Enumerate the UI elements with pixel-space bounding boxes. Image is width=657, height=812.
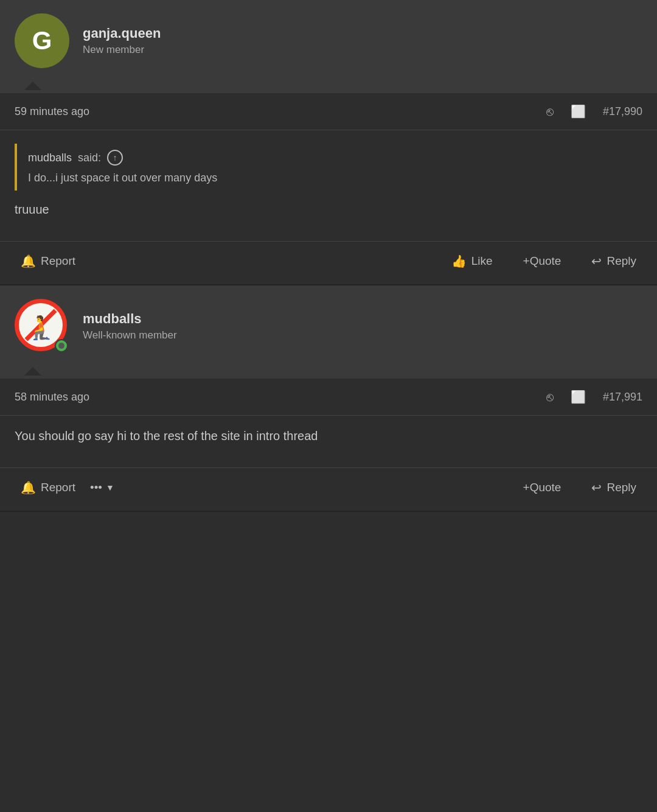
- report-icon-2: 🔔: [21, 480, 36, 495]
- like-button-1[interactable]: 👍 Like: [445, 250, 499, 272]
- action-right-1: 👍 Like +Quote ↩ Reply: [445, 250, 642, 272]
- post-1: G ganja.queen New member 59 minutes ago …: [0, 0, 657, 285]
- author-header-2: 🧎 mudballs Well-known member: [0, 285, 657, 363]
- quote-author-1: mudballs: [28, 152, 72, 164]
- avatar-wrapper-2: 🧎: [15, 299, 69, 354]
- quote-up-icon-1[interactable]: ↑: [107, 150, 123, 166]
- share-icon-2[interactable]: ⎋: [546, 390, 554, 404]
- author-info-1: ganja.queen New member: [83, 26, 161, 56]
- chevron-down-icon-2: ▼: [106, 483, 114, 492]
- post-meta-right-2: ⎋ ⬜ #17,991: [546, 390, 642, 404]
- report-button-2[interactable]: 🔔 Report: [15, 477, 82, 499]
- post-content-2: You should go say hi to the rest of the …: [15, 429, 642, 443]
- post-2: 🧎 mudballs Well-known member 58 minutes …: [0, 285, 657, 512]
- chevron-divider-1: [0, 78, 657, 93]
- like-icon-1: 👍: [451, 254, 467, 268]
- bookmark-icon-2[interactable]: ⬜: [571, 390, 586, 404]
- chevron-icon-2: [24, 367, 41, 376]
- post-number-1: #17,990: [603, 105, 642, 118]
- author-username-2[interactable]: mudballs: [83, 311, 177, 327]
- post-time-1: 59 minutes ago: [15, 105, 89, 118]
- reply-icon-1: ↩: [591, 254, 602, 268]
- quote-button-1[interactable]: +Quote: [517, 251, 568, 271]
- avatar-1: G: [15, 13, 69, 68]
- share-icon-1[interactable]: ⎋: [546, 105, 554, 119]
- figure-icon-2: 🧎: [27, 316, 55, 339]
- chevron-divider-2: [0, 363, 657, 379]
- report-button-1[interactable]: 🔔 Report: [15, 250, 82, 272]
- action-bar-2: 🔔 Report ••• ▼ +Quote ↩ Reply: [0, 467, 657, 511]
- post-body-1: mudballs said: ↑ I do...i just space it …: [0, 130, 657, 241]
- bookmark-icon-1[interactable]: ⬜: [571, 104, 586, 119]
- quote-text-1: I do...i just space it out over many day…: [28, 172, 631, 184]
- chevron-icon-1: [24, 82, 41, 90]
- quote-button-2[interactable]: +Quote: [517, 477, 568, 498]
- online-indicator-2: [55, 339, 68, 352]
- author-info-2: mudballs Well-known member: [83, 311, 177, 341]
- post-meta-2: 58 minutes ago ⎋ ⬜ #17,991: [0, 379, 657, 416]
- author-username-1[interactable]: ganja.queen: [83, 26, 161, 41]
- post-number-2: #17,991: [603, 391, 642, 404]
- post-body-2: You should go say hi to the rest of the …: [0, 416, 657, 467]
- post-content-1: truuue: [15, 203, 642, 217]
- report-icon-1: 🔔: [21, 254, 36, 268]
- author-role-2: Well-known member: [83, 329, 177, 341]
- quote-author-line-1: mudballs said: ↑: [28, 150, 631, 166]
- reply-icon-2: ↩: [591, 480, 602, 495]
- reply-button-1[interactable]: ↩ Reply: [585, 250, 642, 272]
- online-dot-inner-2: [58, 343, 64, 349]
- more-button-2[interactable]: ••• ▼: [86, 478, 118, 497]
- action-bar-1: 🔔 Report 👍 Like +Quote ↩ Reply: [0, 241, 657, 284]
- author-role-1: New member: [83, 44, 161, 56]
- quote-block-1: mudballs said: ↑ I do...i just space it …: [15, 144, 642, 191]
- author-header-1: G ganja.queen New member: [0, 0, 657, 78]
- action-right-2: +Quote ↩ Reply: [517, 477, 642, 499]
- action-left-2: 🔔 Report ••• ▼: [15, 477, 118, 499]
- post-time-2: 58 minutes ago: [15, 391, 89, 404]
- post-meta-1: 59 minutes ago ⎋ ⬜ #17,990: [0, 93, 657, 130]
- action-left-1: 🔔 Report: [15, 250, 82, 272]
- post-meta-right-1: ⎋ ⬜ #17,990: [546, 104, 642, 119]
- reply-button-2[interactable]: ↩ Reply: [585, 477, 642, 499]
- quote-said-label-1: said:: [78, 152, 101, 164]
